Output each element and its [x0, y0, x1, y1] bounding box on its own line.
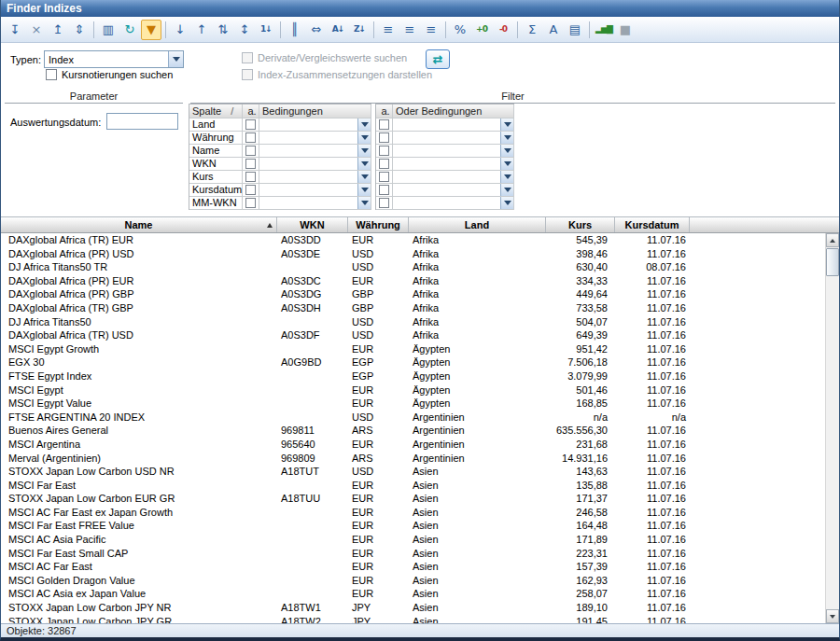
column-header-waehrung[interactable]: Währung: [348, 217, 409, 232]
typen-dropdown-button[interactable]: [168, 51, 183, 67]
table-row[interactable]: DAXglobal Africa (TR) USDA0S3DFUSDAfrika…: [1, 328, 825, 342]
filter-condition-combo[interactable]: [259, 145, 371, 158]
table-row[interactable]: MSCI AC Asia PacificEURAsien171,8911.07.…: [1, 533, 825, 547]
table-row[interactable]: STOXX Japan Low Carbon USD NRA18TUTUSDAs…: [1, 465, 825, 479]
filter-active-checkbox[interactable]: [245, 159, 256, 169]
table-row[interactable]: MSCI EgyptEURÄgypten501,4611.07.16: [1, 383, 825, 397]
table-row[interactable]: Merval (Argentinien)969809ARSArgentinien…: [1, 452, 825, 466]
export-down-button[interactable]: ↧: [5, 20, 25, 40]
table-row[interactable]: DAXglobal Africa (TR) GBPA0S3DHGBPAfrika…: [1, 301, 825, 315]
rows-button[interactable]: ▤: [565, 20, 585, 40]
align-left-button[interactable]: ≡: [378, 20, 399, 40]
fit-height-button[interactable]: ⇕: [69, 20, 90, 40]
chart-button[interactable]: ▂▅▇: [594, 20, 614, 40]
table-row[interactable]: STOXX Japan Low Carbon JPY NRA18TW1JPYAs…: [1, 601, 825, 615]
filter-col-aktiv-2[interactable]: a.: [376, 105, 393, 118]
table-row[interactable]: MSCI Far EastEURAsien135,8811.07.16: [1, 479, 825, 493]
filter-active-checkbox[interactable]: [379, 132, 389, 143]
combo-dropdown-button[interactable]: [500, 171, 513, 183]
typen-select[interactable]: Index: [44, 50, 184, 68]
table-row[interactable]: MSCI AC Asia ex Japan ValueEURAsien258,0…: [1, 587, 825, 601]
decimals-remove-button[interactable]: -0: [493, 20, 513, 40]
filter-active-checkbox[interactable]: [379, 172, 389, 182]
filter-condition-combo[interactable]: [393, 118, 514, 132]
table-row[interactable]: MSCI Egypt ValueEURÄgypten168,8511.07.16: [1, 397, 825, 411]
align-center-button[interactable]: ≡: [399, 20, 420, 40]
table-row[interactable]: DJ Africa Titans50USDAfrika504,0711.07.1…: [1, 315, 825, 329]
table-row[interactable]: DAXglobal Africa (PR) EURA0S3DCEURAfrika…: [1, 274, 825, 288]
table-row[interactable]: STOXX Japan Low Carbon JPY GRA18TW2JPYAs…: [1, 615, 825, 623]
filter-active-checkbox[interactable]: [379, 185, 389, 195]
scroll-up-button[interactable]: [826, 233, 839, 247]
filter-col-oder-bedingungen[interactable]: Oder Bedingungen: [393, 105, 514, 118]
filter-col-aktiv-1[interactable]: a.: [243, 105, 259, 118]
stop-button[interactable]: ■: [615, 20, 636, 40]
table-row[interactable]: MSCI Argentina965640EURArgentinien231,68…: [1, 438, 825, 452]
filter-condition-combo[interactable]: [393, 132, 514, 145]
table-row[interactable]: Buenos Aires General969811ARSArgentinien…: [1, 424, 825, 438]
filter-condition-combo[interactable]: [259, 118, 371, 132]
combo-dropdown-button[interactable]: [500, 158, 513, 170]
scrollbar-thumb[interactable]: [826, 248, 839, 276]
table-row[interactable]: DAXglobal Africa (PR) USDA0S3DEUSDAfrika…: [1, 247, 825, 261]
combo-dropdown-button[interactable]: [357, 132, 371, 144]
table-row[interactable]: DAXglobal Africa (TR) EURA0S3DDEURAfrika…: [1, 233, 825, 247]
filter-active-checkbox[interactable]: [379, 159, 389, 169]
filter-active-checkbox[interactable]: [379, 146, 389, 156]
combo-dropdown-button[interactable]: [500, 132, 513, 144]
filter-active-checkbox[interactable]: [245, 146, 256, 156]
combo-dropdown-button[interactable]: [500, 118, 513, 131]
sort-ascending-button[interactable]: ↑: [191, 20, 212, 40]
filter-condition-combo[interactable]: [259, 184, 371, 197]
filter-col-spalte[interactable]: Spalte/: [189, 105, 243, 118]
filter-active-checkbox[interactable]: [379, 119, 389, 130]
column-resize-button[interactable]: ↕: [234, 20, 255, 40]
filter-condition-combo[interactable]: [393, 145, 514, 158]
table-row[interactable]: DJ Africa Titans50 TRUSDAfrika630,4008.0…: [1, 260, 825, 274]
filter-condition-combo[interactable]: [393, 184, 514, 197]
filter-active-checkbox[interactable]: [245, 119, 256, 130]
table-row[interactable]: MSCI Far East Small CAPEURAsien223,3111.…: [1, 547, 825, 561]
filter-condition-combo[interactable]: [393, 171, 514, 184]
search-refresh-button[interactable]: ⇄: [426, 49, 450, 69]
filter-active-checkbox[interactable]: [245, 185, 256, 195]
kursnotierungen-checkbox[interactable]: [46, 69, 57, 80]
sort-numeric-button[interactable]: 1↓: [256, 20, 276, 40]
filter-active-checkbox[interactable]: [245, 132, 256, 143]
percent-button[interactable]: %: [450, 20, 470, 40]
combo-dropdown-button[interactable]: [357, 158, 371, 170]
sort-toggle-button[interactable]: ⇅: [213, 20, 233, 40]
auswertungsdatum-input[interactable]: [106, 113, 178, 130]
combo-dropdown-button[interactable]: [357, 197, 371, 209]
sort-alpha-desc-button[interactable]: Z↓: [349, 20, 370, 40]
font-button[interactable]: A: [543, 20, 564, 40]
insert-column-button[interactable]: ║: [285, 20, 305, 40]
scroll-down-button[interactable]: [826, 609, 839, 623]
table-row[interactable]: FTSE ARGENTINA 20 INDEXUSDArgentinienn/a…: [1, 411, 825, 425]
filter-condition-combo[interactable]: [259, 132, 371, 145]
columns-button[interactable]: ▥: [98, 20, 119, 40]
filter-condition-combo[interactable]: [259, 171, 371, 184]
combo-dropdown-button[interactable]: [357, 145, 371, 157]
combo-dropdown-button[interactable]: [500, 184, 513, 196]
table-row[interactable]: MSCI AC Far East ex Japan GrowthEURAsien…: [1, 506, 825, 520]
table-row[interactable]: FTSE Egypt IndexEGPÄgypten3.079,9911.07.…: [1, 369, 825, 383]
sum-button[interactable]: Σ: [522, 20, 542, 40]
filter-condition-combo[interactable]: [393, 197, 514, 210]
combo-dropdown-button[interactable]: [357, 171, 371, 183]
align-right-button[interactable]: ≡: [421, 20, 441, 40]
clear-button[interactable]: ×: [26, 20, 47, 40]
column-header-kursdatum[interactable]: Kursdatum: [615, 217, 690, 232]
table-row[interactable]: DAXglobal Africa (PR) GBPA0S3DGGBPAfrika…: [1, 287, 825, 301]
table-row[interactable]: MSCI Egypt GrowthEURÄgypten951,4211.07.1…: [1, 342, 825, 356]
filter-active-checkbox[interactable]: [245, 198, 256, 208]
filter-condition-combo[interactable]: [393, 158, 514, 171]
table-row[interactable]: MSCI Far East FREE ValueEURAsien164,4811…: [1, 519, 825, 533]
filter-condition-combo[interactable]: [259, 158, 371, 171]
filter-active-checkbox[interactable]: [245, 172, 256, 182]
table-row[interactable]: STOXX Japan Low Carbon EUR GRA18TUUEURAs…: [1, 492, 825, 506]
filter-active-checkbox[interactable]: [379, 198, 389, 208]
table-row[interactable]: MSCI Golden Dragon ValueEURAsien162,9311…: [1, 574, 825, 588]
refresh-button[interactable]: ↻: [119, 20, 140, 40]
combo-dropdown-button[interactable]: [357, 118, 371, 131]
